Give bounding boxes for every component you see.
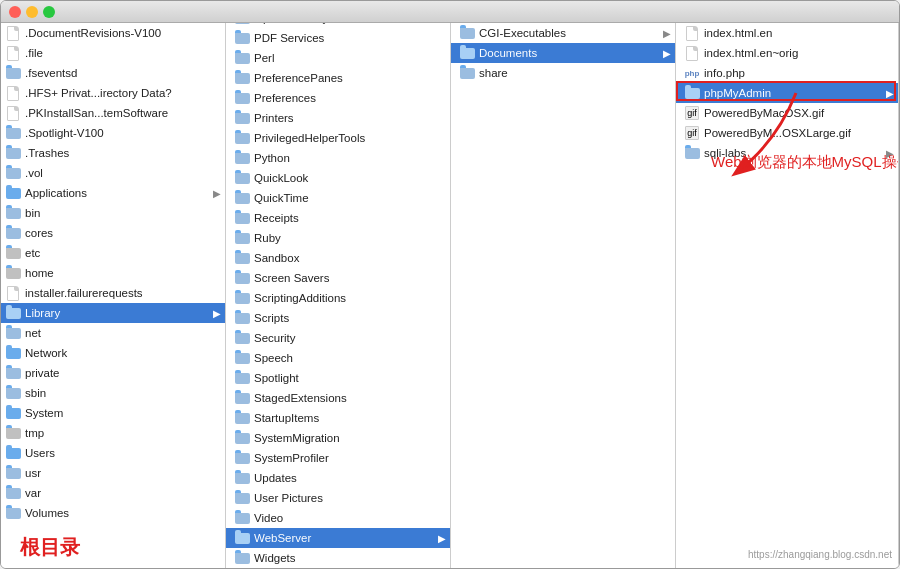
list-item[interactable]: .file [1, 43, 225, 63]
list-item[interactable]: private [1, 363, 225, 383]
folder-icon [5, 345, 21, 361]
list-item[interactable]: PrivilegedHelperTools [226, 128, 450, 148]
folder-icon [5, 165, 21, 181]
list-item[interactable]: net [1, 323, 225, 343]
list-item[interactable]: User Pictures [226, 488, 450, 508]
folder-icon [684, 145, 700, 161]
list-item[interactable]: index.html.en~orig [676, 43, 898, 63]
list-item[interactable]: sbin [1, 383, 225, 403]
list-item[interactable]: Python [226, 148, 450, 168]
list-item[interactable]: WebServer▶ [226, 528, 450, 548]
list-item[interactable]: Widgets [226, 548, 450, 568]
list-item[interactable]: PreferencePanes [226, 68, 450, 88]
list-item[interactable]: Network [1, 343, 225, 363]
list-item[interactable]: phpMyAdmin▶ [676, 83, 898, 103]
list-item[interactable]: Video [226, 508, 450, 528]
list-item[interactable]: usr [1, 463, 225, 483]
column-2[interactable]: Modem Scripts▶OpenDirectoryPDF ServicesP… [226, 23, 451, 568]
maximize-button[interactable] [43, 6, 55, 18]
minimize-button[interactable] [26, 6, 38, 18]
close-button[interactable] [9, 6, 21, 18]
folder-icon [5, 145, 21, 161]
item-label: Users [25, 447, 221, 459]
list-item[interactable]: etc [1, 243, 225, 263]
folder-icon [5, 405, 21, 421]
item-label: sqli-labs [704, 147, 884, 159]
list-item[interactable]: bin [1, 203, 225, 223]
list-item[interactable]: .vol [1, 163, 225, 183]
list-item[interactable]: Security [226, 328, 450, 348]
list-item[interactable]: gifPoweredByM...OSXLarge.gif [676, 123, 898, 143]
list-item[interactable]: tmp [1, 423, 225, 443]
traffic-lights [9, 6, 55, 18]
list-item[interactable]: sqli-labs▶ [676, 143, 898, 163]
folder-icon [234, 470, 250, 486]
item-label: usr [25, 467, 221, 479]
list-item[interactable]: Updates [226, 468, 450, 488]
list-item[interactable]: CGI-Executables▶ [451, 23, 675, 43]
item-label: Spotlight [254, 372, 446, 384]
folder-icon [234, 510, 250, 526]
list-item[interactable]: SystemMigration [226, 428, 450, 448]
list-item[interactable]: Users [1, 443, 225, 463]
list-item[interactable]: Documents▶ [451, 43, 675, 63]
column-3[interactable]: CGI-Executables▶Documents▶share [451, 23, 676, 568]
list-item[interactable]: index.html.en [676, 23, 898, 43]
list-item[interactable]: var [1, 483, 225, 503]
list-item[interactable]: Screen Savers [226, 268, 450, 288]
list-item[interactable]: Sandbox [226, 248, 450, 268]
list-item[interactable]: share [451, 63, 675, 83]
list-item[interactable]: ScriptingAdditions [226, 288, 450, 308]
list-item[interactable]: PDF Services [226, 28, 450, 48]
list-item[interactable]: gifPoweredByMacOSX.gif [676, 103, 898, 123]
folder-icon [684, 85, 700, 101]
list-item[interactable]: .PKInstallSan...temSoftware [1, 103, 225, 123]
list-item[interactable]: .DocumentRevisions-V100 [1, 23, 225, 43]
item-label: tmp [25, 427, 221, 439]
columns-view: .DocumentRevisions-V100.file.fseventsd.H… [1, 23, 899, 568]
list-item[interactable]: .Trashes [1, 143, 225, 163]
item-label: cores [25, 227, 221, 239]
folder-icon [234, 310, 250, 326]
list-item[interactable]: .Spotlight-V100 [1, 123, 225, 143]
list-item[interactable]: .HFS+ Privat...irectory Data? [1, 83, 225, 103]
list-item[interactable]: StagedExtensions [226, 388, 450, 408]
item-label: Volumes [25, 507, 221, 519]
list-item[interactable]: Preferences [226, 88, 450, 108]
list-item[interactable]: home [1, 263, 225, 283]
folder-icon [5, 185, 21, 201]
list-item[interactable]: QuickLook [226, 168, 450, 188]
list-item[interactable]: Ruby [226, 228, 450, 248]
list-item[interactable]: Printers [226, 108, 450, 128]
list-item[interactable]: Spotlight [226, 368, 450, 388]
column-1[interactable]: .DocumentRevisions-V100.file.fseventsd.H… [1, 23, 226, 568]
root-label: 根目录 [20, 534, 80, 561]
item-label: Perl [254, 52, 446, 64]
list-item[interactable]: Applications▶ [1, 183, 225, 203]
list-item[interactable]: installer.failurerequests [1, 283, 225, 303]
folder-icon [234, 70, 250, 86]
watermark: https://zhangqiang.blog.csdn.net [748, 549, 892, 560]
folder-icon [234, 250, 250, 266]
list-item[interactable]: Library▶ [1, 303, 225, 323]
folder-icon [5, 505, 21, 521]
list-item[interactable]: cores [1, 223, 225, 243]
folder-icon [234, 90, 250, 106]
list-item[interactable]: Speech [226, 348, 450, 368]
item-label: PoweredByMacOSX.gif [704, 107, 894, 119]
folder-icon [234, 450, 250, 466]
list-item[interactable]: StartupItems [226, 408, 450, 428]
list-item[interactable]: QuickTime [226, 188, 450, 208]
list-item[interactable]: Volumes [1, 503, 225, 523]
list-item[interactable]: Receipts [226, 208, 450, 228]
item-label: .PKInstallSan...temSoftware [25, 107, 221, 119]
list-item[interactable]: System [1, 403, 225, 423]
list-item[interactable]: .fseventsd [1, 63, 225, 83]
list-item[interactable]: SystemProfiler [226, 448, 450, 468]
list-item[interactable]: Scripts [226, 308, 450, 328]
list-item[interactable]: phpinfo.php [676, 63, 898, 83]
list-item[interactable]: Perl [226, 48, 450, 68]
item-label: Security [254, 332, 446, 344]
file-icon [5, 25, 21, 41]
item-label: PDF Services [254, 32, 446, 44]
